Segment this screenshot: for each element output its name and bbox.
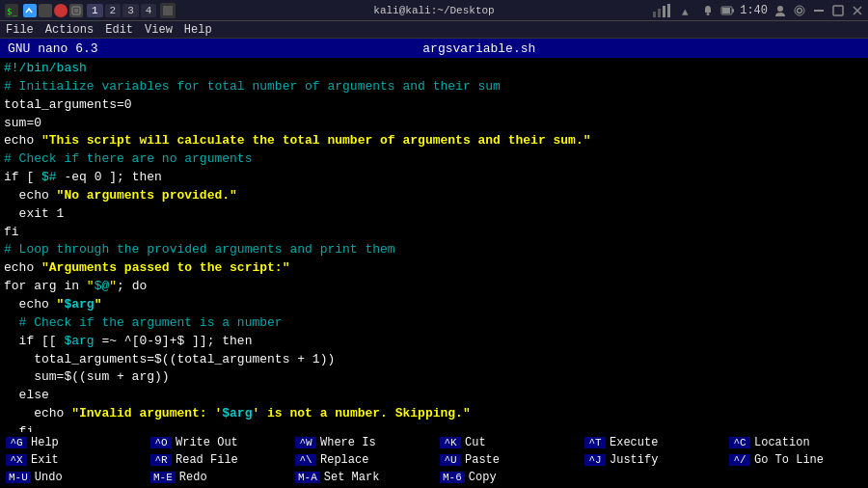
tab-list: 1 2 3 4 xyxy=(87,4,156,17)
nano-version: GNU nano 6.3 xyxy=(8,41,98,56)
key-execute: ^T xyxy=(584,437,606,448)
shortcut-justify[interactable]: ^J Justify xyxy=(579,451,723,469)
key-justify: ^J xyxy=(584,454,606,466)
code-line-19: else xyxy=(4,387,864,405)
close-btn[interactable] xyxy=(851,4,864,17)
icon-4[interactable] xyxy=(69,4,83,17)
code-line-11: # Loop through the provided arguments an… xyxy=(4,241,864,259)
label-location: Location xyxy=(754,436,810,449)
minimize-btn[interactable] xyxy=(812,4,826,17)
code-line-20: echo "Invalid argument: '$arg' is not a … xyxy=(4,405,864,423)
battery-icon xyxy=(720,4,734,17)
code-line-6: # Check if there are no arguments xyxy=(4,150,864,169)
label-cut: Cut xyxy=(465,436,486,449)
svg-rect-6 xyxy=(163,6,173,15)
icon-2[interactable] xyxy=(39,4,52,17)
label-undo: Undo xyxy=(35,471,63,484)
clock: 1:40 xyxy=(740,4,768,17)
label-go-to-line: Go To Line xyxy=(754,453,824,467)
window-title: kali@kali:~/Desktop xyxy=(373,5,494,16)
titlebar-left: $_ 1 2 3 4 xyxy=(4,3,176,18)
nano-filename: argsvariable.sh xyxy=(422,41,535,56)
code-line-16: if [[ $arg =~ ^[0-9]+$ ]]; then xyxy=(4,333,864,351)
shortcut-go-to-line[interactable]: ^/ Go To Line xyxy=(723,451,868,469)
titlebar: $_ 1 2 3 4 kali@kali:~/Desktop xyxy=(0,0,868,21)
shortcut-read-file[interactable]: ^R Read File xyxy=(145,451,289,469)
svg-text:▲: ▲ xyxy=(682,7,689,17)
icon-3[interactable] xyxy=(54,4,68,17)
svg-rect-3 xyxy=(72,7,80,14)
label-paste: Paste xyxy=(465,453,500,467)
new-tab-btn[interactable] xyxy=(160,3,176,18)
key-go-to-line: ^/ xyxy=(729,454,750,466)
key-replace: ^\ xyxy=(295,454,316,466)
svg-rect-15 xyxy=(732,9,734,13)
shortcut-write-out[interactable]: ^O Write Out xyxy=(145,434,289,451)
shortcut-where-is[interactable]: ^W Where Is xyxy=(289,434,434,451)
label-copy: Copy xyxy=(469,471,497,484)
svg-rect-19 xyxy=(814,10,824,12)
maximize-btn[interactable] xyxy=(831,4,845,17)
code-line-17: total_arguments=$((total_arguments + 1)) xyxy=(4,351,864,369)
key-read-file: ^R xyxy=(150,454,172,466)
menu-view[interactable]: View xyxy=(145,23,173,37)
code-line-1: #!/bin/bash xyxy=(4,60,864,78)
svg-rect-20 xyxy=(833,6,843,15)
shortcut-exit[interactable]: ^X Exit xyxy=(0,451,145,469)
wifi-icon: ▲ xyxy=(682,4,695,17)
tab-1[interactable]: 1 xyxy=(87,4,103,17)
key-undo: M-U xyxy=(6,472,31,483)
key-location: ^C xyxy=(729,437,750,448)
shortcut-copy[interactable]: M-6 Copy xyxy=(434,469,579,486)
menubar: File Actions Edit View Help xyxy=(0,21,868,39)
label-write-out: Write Out xyxy=(176,436,238,449)
label-exit: Exit xyxy=(31,453,59,467)
menu-file[interactable]: File xyxy=(6,23,34,37)
code-line-13: for arg in "$@"; do xyxy=(4,278,864,296)
label-redo: Redo xyxy=(179,471,207,484)
code-line-12: echo "Arguments passed to the script:" xyxy=(4,259,864,278)
shortcut-empty1 xyxy=(579,469,723,486)
shortcut-execute[interactable]: ^T Execute xyxy=(579,434,723,451)
user-icon xyxy=(773,4,787,17)
svg-point-16 xyxy=(777,6,783,12)
label-read-file: Read File xyxy=(176,453,238,467)
editor[interactable]: #!/bin/bash # Initialize variables for t… xyxy=(0,58,868,432)
key-redo: M-E xyxy=(150,472,176,483)
svg-text:$_: $_ xyxy=(7,7,17,16)
code-line-7: if [ $# -eq 0 ]; then xyxy=(4,169,864,187)
menu-help[interactable]: Help xyxy=(184,23,212,37)
label-execute: Execute xyxy=(610,436,658,449)
shortcut-redo[interactable]: M-E Redo xyxy=(145,469,289,486)
shortcut-cut[interactable]: ^K Cut xyxy=(434,434,579,451)
code-line-3: total_arguments=0 xyxy=(4,96,864,115)
svg-rect-7 xyxy=(653,12,656,17)
key-copy: M-6 xyxy=(440,472,465,483)
label-justify: Justify xyxy=(610,453,658,467)
shortcut-help[interactable]: ^G Help xyxy=(0,434,145,451)
shortcut-replace[interactable]: ^\ Replace xyxy=(289,451,434,469)
key-cut: ^K xyxy=(440,437,461,448)
bell-icon xyxy=(701,4,715,17)
shortcut-paste[interactable]: ^U Paste xyxy=(434,451,579,469)
shortcut-set-mark[interactable]: M-A Set Mark xyxy=(289,469,434,486)
shortcut-empty2 xyxy=(723,469,868,486)
tab-2[interactable]: 2 xyxy=(105,4,122,17)
code-line-14: echo "$arg" xyxy=(4,296,864,314)
terminal-icon: $_ xyxy=(4,3,19,18)
code-line-21: fi xyxy=(4,423,864,432)
svg-rect-10 xyxy=(667,4,670,17)
settings-icon[interactable] xyxy=(793,4,806,17)
code-line-10: fi xyxy=(4,224,864,242)
code-line-4: sum=0 xyxy=(4,115,864,133)
shortcut-undo[interactable]: M-U Undo xyxy=(0,469,145,486)
svg-point-18 xyxy=(795,6,804,15)
titlebar-right: ▲ 1:40 xyxy=(653,4,864,17)
svg-rect-8 xyxy=(658,9,661,17)
tab-4[interactable]: 4 xyxy=(141,4,157,17)
tab-3[interactable]: 3 xyxy=(122,4,139,17)
menu-edit[interactable]: Edit xyxy=(105,23,133,37)
menu-actions[interactable]: Actions xyxy=(45,23,94,37)
icon-1[interactable] xyxy=(23,4,37,17)
shortcut-location[interactable]: ^C Location xyxy=(723,434,868,451)
